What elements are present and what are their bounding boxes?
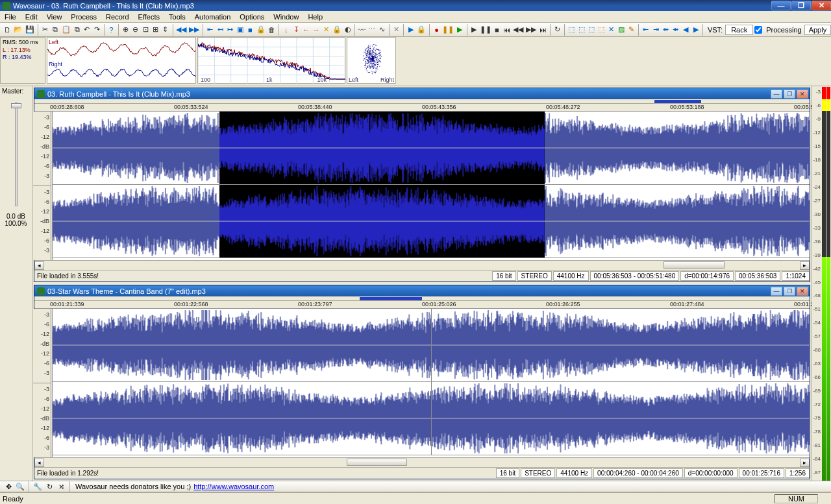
- processing-checkbox[interactable]: [754, 26, 762, 34]
- overview-bar[interactable]: [34, 296, 810, 301]
- cut-button[interactable]: ✂: [41, 24, 49, 36]
- sel-crop-button[interactable]: ▣: [236, 24, 244, 36]
- scroll-right-button[interactable]: ▸: [800, 261, 810, 270]
- fx7-button[interactable]: ✎: [627, 24, 636, 36]
- apply-button[interactable]: Apply: [804, 25, 831, 35]
- marker-prev-button[interactable]: ←: [302, 24, 310, 36]
- scroll-left-button[interactable]: ◂: [34, 459, 44, 467]
- selection-region[interactable]: [219, 185, 545, 258]
- copy-button[interactable]: ⧉: [51, 24, 59, 36]
- wave-draw-button[interactable]: 〰: [358, 24, 366, 36]
- record-button[interactable]: ●: [432, 24, 441, 36]
- doc-minimize-button[interactable]: —: [771, 90, 782, 99]
- lock-sel-button[interactable]: 🔒: [256, 24, 266, 36]
- menu-tools[interactable]: Tools: [164, 12, 190, 22]
- menu-window[interactable]: Window: [269, 12, 303, 22]
- horizontal-scrollbar[interactable]: ◂▸: [34, 457, 810, 467]
- pan-tool-button[interactable]: ✥: [3, 481, 14, 492]
- doc-maximize-button[interactable]: ❐: [784, 287, 795, 296]
- fx1-button[interactable]: ⬚: [567, 24, 576, 36]
- open-button[interactable]: 📂: [13, 24, 23, 36]
- zoom-v-button[interactable]: ⇕: [161, 24, 169, 36]
- del-button[interactable]: ✕: [392, 24, 401, 36]
- zoom-out-button[interactable]: ⊖: [131, 24, 140, 36]
- undo-button[interactable]: ↶: [82, 24, 91, 36]
- sel-start-button[interactable]: ⇤: [206, 24, 214, 36]
- fx5-button[interactable]: ✕: [607, 24, 615, 36]
- fx2-button[interactable]: ⬚: [577, 24, 586, 36]
- master-volume-slider[interactable]: [15, 102, 18, 206]
- document-titlebar[interactable]: 03. Ruth Campbell - This Is It (Club Mix…: [34, 88, 810, 99]
- time-ruler[interactable]: 00:05:28:60800:05:33:52400:05:38:44000:0…: [34, 104, 810, 112]
- snap2-button[interactable]: ⇥: [651, 24, 660, 36]
- fx3-button[interactable]: ⬚: [587, 24, 595, 36]
- paste-mix-button[interactable]: ⧉: [73, 24, 81, 36]
- snap6-button[interactable]: ▶: [691, 24, 700, 36]
- wave-dots-button[interactable]: ⋯: [367, 24, 376, 36]
- save-button[interactable]: 💾: [25, 24, 35, 36]
- menu-automation[interactable]: Automation: [190, 12, 236, 22]
- record-play-button[interactable]: ▶: [455, 24, 464, 36]
- scroll-thumb[interactable]: [347, 459, 407, 466]
- menu-process[interactable]: Process: [66, 12, 101, 22]
- rewind-button[interactable]: ⏮: [502, 24, 511, 36]
- window-minimize-button[interactable]: —: [771, 1, 791, 10]
- fx4-button[interactable]: ⬚: [597, 24, 606, 36]
- zoom-in-button[interactable]: ⊕: [121, 24, 130, 36]
- left-channel[interactable]: [53, 112, 810, 185]
- doc-close-button[interactable]: ✕: [797, 90, 808, 99]
- selection-region[interactable]: [219, 112, 545, 184]
- right-channel[interactable]: [53, 382, 810, 455]
- pause-button[interactable]: ❚❚: [480, 24, 491, 36]
- menu-view[interactable]: View: [42, 12, 67, 22]
- right-channel[interactable]: [53, 185, 810, 258]
- record-pause-button[interactable]: ❚❚: [442, 24, 454, 36]
- play-button[interactable]: ▶: [469, 24, 478, 36]
- zoom-tool-button[interactable]: 🔍: [14, 481, 26, 492]
- marker-clear-button[interactable]: ✕: [321, 24, 330, 36]
- redo-button[interactable]: ↷: [93, 24, 101, 36]
- marker-del-button[interactable]: ↧: [291, 24, 300, 36]
- overview-window[interactable]: [360, 297, 422, 300]
- window-close-button[interactable]: ✕: [812, 1, 831, 10]
- overview-bar[interactable]: [34, 99, 810, 104]
- zoom-full-button[interactable]: ⊞: [151, 24, 160, 36]
- fwd-button[interactable]: ▶▶: [525, 24, 537, 36]
- marker-lock-button[interactable]: 🔒: [332, 24, 342, 36]
- window-maximize-button[interactable]: ❐: [791, 1, 811, 10]
- sel-zero-r-button[interactable]: ↦: [226, 24, 234, 36]
- snap1-button[interactable]: ⇤: [641, 24, 650, 36]
- scroll-track[interactable]: [44, 459, 800, 467]
- waveform-channels[interactable]: [53, 309, 810, 457]
- help-button[interactable]: ?: [107, 24, 116, 36]
- marker-add-button[interactable]: ↓: [282, 24, 290, 36]
- wrench-button[interactable]: 🔧: [32, 481, 43, 492]
- time-ruler[interactable]: 00:01:21:33900:01:22:56800:01:23:79700:0…: [34, 301, 810, 309]
- fx6-button[interactable]: ▨: [617, 24, 626, 36]
- loop-tool-button[interactable]: ↻: [43, 481, 55, 492]
- trash-button[interactable]: 🗑: [267, 24, 276, 36]
- audio-lock-button[interactable]: 🔒: [416, 24, 427, 36]
- sel-all-button[interactable]: ■: [246, 24, 254, 36]
- donator-link[interactable]: http://www.wavosaur.com: [193, 483, 274, 490]
- vst-rack-button[interactable]: Rack: [725, 25, 753, 35]
- snap5-button[interactable]: ◀: [681, 24, 689, 36]
- loop-set-button[interactable]: ◐: [343, 24, 352, 36]
- scroll-left-button[interactable]: ◂: [34, 261, 44, 270]
- menu-edit[interactable]: Edit: [21, 12, 42, 22]
- waveform-channels[interactable]: [53, 112, 810, 260]
- paste-button[interactable]: 📋: [61, 24, 71, 36]
- shuffle-button[interactable]: ⤨: [55, 481, 67, 492]
- wave-line-button[interactable]: ∿: [378, 24, 386, 36]
- master-slider-thumb[interactable]: [11, 103, 21, 108]
- loop-button[interactable]: ↻: [553, 24, 562, 36]
- audio-route-button[interactable]: ▶: [406, 24, 415, 36]
- menu-help[interactable]: Help: [303, 12, 327, 22]
- left-channel[interactable]: [53, 309, 810, 382]
- overview-window[interactable]: [654, 100, 701, 103]
- scroll-thumb[interactable]: [664, 261, 724, 269]
- scroll-track[interactable]: [44, 261, 800, 270]
- doc-maximize-button[interactable]: ❐: [784, 90, 795, 99]
- zoom-sel-button[interactable]: ⊡: [141, 24, 149, 36]
- doc-minimize-button[interactable]: —: [771, 287, 782, 296]
